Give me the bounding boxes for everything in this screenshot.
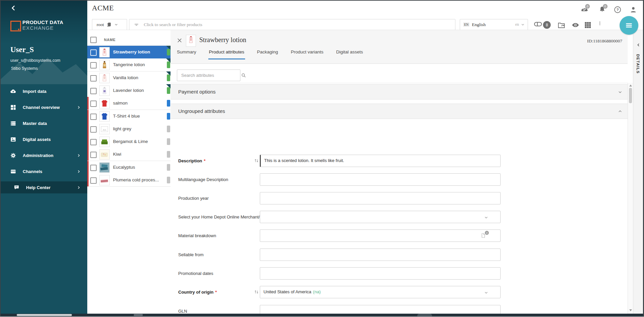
- product-thumbnail: [99, 86, 110, 96]
- product-row-lavender-lotion[interactable]: Lavender lotion: [87, 84, 171, 97]
- sidebar-item-channel-overview[interactable]: Channel overview: [1, 101, 87, 113]
- chevron-right-icon: [77, 154, 81, 157]
- row-checkbox[interactable]: [90, 49, 97, 56]
- field-input[interactable]: [260, 267, 501, 280]
- product-row-eucalyptus[interactable]: Eucalyptus: [87, 161, 171, 174]
- sidebar-item-channels[interactable]: Channels: [1, 165, 87, 177]
- product-name: T-Shirt 4 blue: [113, 114, 140, 119]
- field-input[interactable]: This is a scented lotion. It smells like…: [260, 155, 501, 167]
- tab-summary[interactable]: Summary: [176, 49, 197, 59]
- details-side-tab[interactable]: DETAILS: [633, 30, 643, 314]
- field-select[interactable]: [260, 211, 501, 223]
- user-organization: Stibo Systems: [11, 66, 38, 71]
- sidebar-item-label: Master data: [23, 121, 47, 126]
- inheritance-sync-icon[interactable]: [253, 158, 259, 164]
- inheritance-sync-icon[interactable]: [253, 289, 259, 295]
- sidebar-item-master-data[interactable]: Master data: [1, 117, 87, 129]
- row-checkbox[interactable]: [90, 75, 97, 82]
- product-name: Bergamot & Lime: [113, 139, 148, 144]
- product-row-t-shirt-4-blue[interactable]: T-Shirt 4 blue: [87, 110, 171, 123]
- context-selector[interactable]: root: [92, 19, 127, 30]
- row-checkbox[interactable]: [90, 114, 97, 120]
- attributes-scrollbar[interactable]: [628, 83, 633, 314]
- required-asterisk: *: [215, 290, 217, 295]
- table-view-icon[interactable]: [584, 21, 592, 29]
- product-title: Strawberry lotion: [199, 36, 246, 44]
- sidebar-item-digital-assets[interactable]: Digital assets: [1, 133, 87, 145]
- field-input[interactable]: [260, 249, 501, 261]
- scroll-down-arrow-icon[interactable]: [629, 309, 632, 311]
- field-label: Promotional dates: [178, 267, 213, 280]
- section-ungrouped-attributes[interactable]: Ungrouped attributes: [171, 104, 628, 119]
- tab-packaging[interactable]: Packaging: [256, 49, 279, 59]
- field-input[interactable]: [260, 173, 501, 186]
- user-profile-icon[interactable]: [629, 6, 637, 14]
- product-row-plumeria-cold-proces-[interactable]: Plumeria cold proces...: [87, 174, 171, 187]
- main-menu-button[interactable]: [620, 16, 638, 35]
- preview-eye-icon[interactable]: [571, 21, 579, 29]
- product-search-bar[interactable]: [129, 19, 455, 30]
- sidebar-item-import-data[interactable]: Import data: [1, 85, 87, 97]
- cloud-upload-icon: [10, 88, 16, 95]
- chevron-right-icon: [77, 186, 81, 189]
- row-checkbox[interactable]: [90, 139, 97, 145]
- sidebar: PRODUCT DATA EXCHANGE User_S user_s@stib…: [1, 1, 87, 314]
- product-row-bergamot-lime[interactable]: Bergamot & Lime: [87, 135, 171, 148]
- field-input[interactable]: 0: [260, 229, 501, 242]
- product-row-vanilla-lotion[interactable]: Vanilla lotion: [87, 71, 171, 85]
- product-row-salmon[interactable]: salmon: [87, 97, 171, 110]
- horizontal-scrollbar-thumb[interactable]: [17, 314, 72, 316]
- workspace-title: ACME: [92, 4, 114, 12]
- select-all-checkbox[interactable]: [90, 37, 97, 43]
- more-options-icon[interactable]: [598, 21, 602, 29]
- row-checkbox[interactable]: [90, 165, 97, 171]
- close-icon[interactable]: [177, 37, 183, 43]
- chevron-up-icon: [618, 109, 622, 114]
- product-thumbnail: [99, 124, 110, 134]
- help-icon[interactable]: ?: [614, 6, 622, 14]
- tasks-icon[interactable]: 0: [580, 6, 588, 14]
- product-search-input[interactable]: [143, 22, 455, 28]
- row-checkbox[interactable]: [90, 126, 97, 133]
- status-badge: [167, 61, 170, 68]
- row-checkbox[interactable]: [90, 101, 97, 107]
- product-name: Vanilla lotion: [113, 75, 138, 80]
- field-select[interactable]: United States of America(na): [260, 286, 501, 298]
- field-row-promotional-dates: Promotional dates: [171, 267, 628, 280]
- tab-product-variants[interactable]: Product variants: [290, 49, 324, 59]
- row-checkbox[interactable]: [90, 152, 97, 158]
- language-selector[interactable]: EN English en: [460, 19, 528, 30]
- product-row-tangerine-lotion[interactable]: Tangerine lotion: [87, 58, 171, 71]
- sidebar-item-administration[interactable]: Administration: [1, 149, 87, 161]
- product-row-kiwi[interactable]: Kiwi: [87, 148, 171, 161]
- row-checkbox[interactable]: [90, 88, 97, 94]
- compare-toggle-icon[interactable]: [534, 21, 542, 29]
- field-row-multilanguage-description: Multilanguage Description: [171, 173, 628, 186]
- row-checkbox[interactable]: [90, 177, 97, 184]
- scroll-up-arrow-icon[interactable]: [629, 85, 632, 87]
- tab-product-attributes[interactable]: Product attributes: [208, 49, 245, 59]
- sidebar-item-help-center[interactable]: Help Center: [1, 181, 87, 193]
- user-email: user_s@stibosystems.com: [10, 58, 61, 63]
- row-checkbox[interactable]: [90, 62, 97, 68]
- product-name: light grey: [113, 126, 131, 131]
- horizontal-scrollbar[interactable]: [1, 314, 643, 316]
- tab-digital-assets[interactable]: Digital assets: [335, 49, 363, 59]
- sidebar-collapse-icon[interactable]: [10, 5, 17, 11]
- grid-icon: [10, 104, 16, 111]
- scrollbar-thumb[interactable]: [629, 88, 632, 103]
- filter-icon: [134, 22, 139, 27]
- attribute-search-input[interactable]: [181, 72, 241, 78]
- attribute-search-box[interactable]: [177, 69, 240, 81]
- field-label: Multilanguage Description: [178, 173, 228, 186]
- field-input[interactable]: [260, 192, 501, 204]
- notifications-bell-icon[interactable]: 0: [598, 6, 606, 14]
- search-icon[interactable]: [241, 72, 246, 78]
- field-input[interactable]: [260, 305, 501, 314]
- product-row-light-grey[interactable]: light grey: [87, 123, 171, 136]
- section-label: Payment options: [178, 89, 216, 95]
- product-row-strawberry-lotion[interactable]: Strawberry lotion: [87, 46, 171, 59]
- section-payment-options[interactable]: Payment options: [171, 84, 628, 100]
- selection-count-badge[interactable]: 8: [543, 21, 551, 29]
- folder-sync-icon[interactable]: [557, 21, 565, 29]
